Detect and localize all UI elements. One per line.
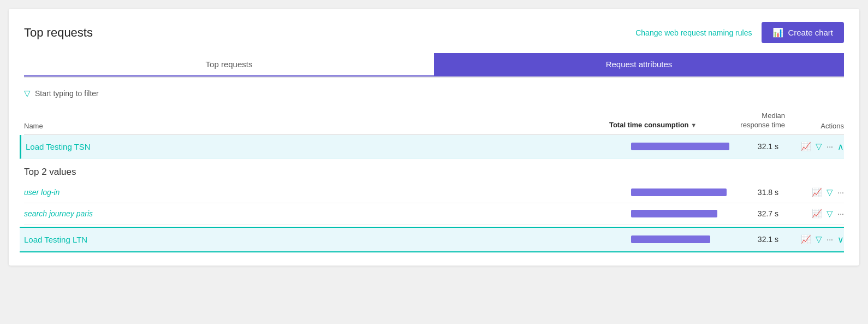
filter-icon: ▽ [24,89,31,98]
row-load-testing-ltn: Load Testing LTN 32.1 s 📈 ▽ ··· ∨ [20,227,844,252]
chart-action-tsn[interactable]: 📈 [801,142,811,151]
table-header: Name Total time consumption ▼ Median res… [24,109,844,135]
sub-row-search-journey: search journey paris 32.7 s 📈 ▽ ··· [24,203,844,225]
chart-icon: 📊 [772,27,783,38]
create-chart-button[interactable]: 📊 Create chart [762,22,844,43]
header-actions: Change web request naming rules 📊 Create… [635,22,844,43]
row-load-testing-tsn: Load Testing TSN 32.1 s 📈 ▽ ··· ∧ [20,135,844,159]
time-ltn: 32.1 s [740,235,784,244]
more-action-search-journey[interactable]: ··· [837,209,844,218]
row-name-tsn[interactable]: Load Testing TSN [26,142,631,151]
time-user-login: 31.8 s [740,188,784,197]
page-title: Top requests [24,26,93,40]
col-header-name: Name [24,122,593,130]
top-values-section: Top 2 values user log-in 31.8 s 📈 ▽ ··· … [24,159,844,225]
col-header-total: Total time consumption ▼ [593,121,713,130]
actions-user-login: 📈 ▽ ··· [784,187,844,197]
col-header-actions: Actions [789,122,844,130]
col-header-median: Median response time [713,111,789,130]
filter-action-ltn[interactable]: ▽ [816,234,822,244]
bar-search-journey [631,210,740,217]
actions-ltn: 📈 ▽ ··· ∨ [784,234,844,245]
bar-fill-ltn [631,235,710,243]
filter-bar: ▽ Start typing to filter [24,89,844,98]
change-naming-link[interactable]: Change web request naming rules [635,28,752,37]
tab-top-requests[interactable]: Top requests [24,53,434,76]
tab-request-attributes[interactable]: Request attributes [434,53,844,76]
bar-fill-search-journey [631,210,717,217]
chart-action-search-journey[interactable]: 📈 [812,209,822,219]
filter-action-search-journey[interactable]: ▽ [827,209,833,219]
tab-bar: Top requests Request attributes [24,53,844,78]
bar-ltn [631,235,740,243]
more-action-tsn[interactable]: ··· [827,142,833,151]
subrow-name-user-login[interactable]: user log-in [24,188,631,197]
bar-fill-tsn [631,143,729,150]
filter-action-tsn[interactable]: ▽ [816,142,822,151]
time-search-journey: 32.7 s [740,209,784,218]
more-action-user-login[interactable]: ··· [837,188,844,197]
time-tsn: 32.1 s [740,142,784,151]
bar-user-login [631,188,740,196]
sub-row-user-login: user log-in 31.8 s 📈 ▽ ··· [24,182,844,203]
actions-search-journey: 📈 ▽ ··· [784,209,844,219]
chevron-down-ltn[interactable]: ∨ [837,234,844,245]
create-chart-label: Create chart [788,28,833,37]
top-requests-panel: Top requests Change web request naming r… [9,9,859,266]
bar-tsn [631,143,740,150]
actions-tsn: 📈 ▽ ··· ∧ [784,142,844,152]
sort-arrow[interactable]: ▼ [691,122,697,128]
chart-action-user-login[interactable]: 📈 [812,187,822,197]
page-header: Top requests Change web request naming r… [24,22,844,43]
row-name-ltn[interactable]: Load Testing LTN [24,235,631,244]
subrow-name-search-journey[interactable]: search journey paris [24,209,631,218]
more-action-ltn[interactable]: ··· [827,235,833,244]
filter-action-user-login[interactable]: ▽ [827,187,833,197]
chevron-up-tsn[interactable]: ∧ [837,142,844,152]
filter-placeholder: Start typing to filter [35,89,99,98]
bar-fill-user-login [631,188,727,196]
top-values-label: Top 2 values [24,159,844,182]
chart-action-ltn[interactable]: 📈 [801,234,811,244]
